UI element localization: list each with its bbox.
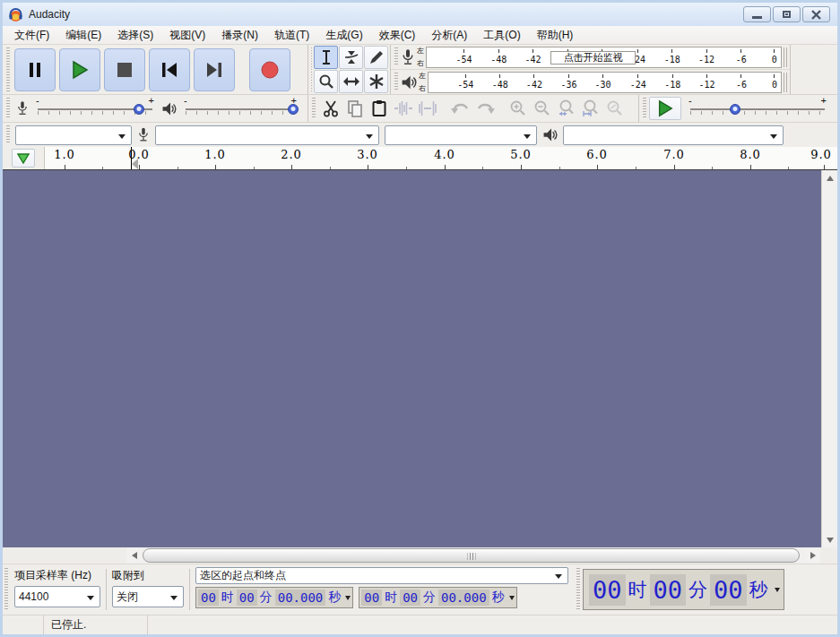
project-rate-dropdown[interactable]: 44100 bbox=[14, 586, 100, 607]
restore-button[interactable] bbox=[773, 6, 801, 22]
chevron-down-icon[interactable] bbox=[509, 596, 515, 600]
redo-button[interactable] bbox=[473, 98, 496, 120]
track-area[interactable] bbox=[3, 170, 821, 547]
scroll-left-button[interactable] bbox=[126, 547, 142, 563]
play-meter-scale[interactable]: -54 -48 -42 -36 -30 -24 -18 -12 -6 0 bbox=[428, 72, 782, 93]
scroll-right-button[interactable] bbox=[805, 547, 820, 563]
tools-toolbar-grip[interactable] bbox=[311, 47, 312, 91]
playback-speed-thumb[interactable] bbox=[730, 104, 740, 115]
scroll-down-button[interactable] bbox=[822, 532, 837, 547]
skip-to-start-button[interactable] bbox=[149, 48, 190, 91]
record-button[interactable] bbox=[249, 48, 290, 91]
audio-host-dropdown[interactable] bbox=[15, 125, 132, 145]
trim-audio-button[interactable] bbox=[392, 98, 414, 120]
microphone-icon bbox=[401, 48, 415, 66]
vertical-scrollbar[interactable] bbox=[821, 170, 837, 547]
menu-effect[interactable]: 效果(C) bbox=[371, 26, 424, 45]
mixer-toolbar-grip[interactable] bbox=[5, 98, 11, 119]
skip-to-end-button[interactable] bbox=[194, 48, 235, 91]
selection-toolbar-grip[interactable] bbox=[4, 568, 9, 611]
audio-position-display[interactable]: 00时00分00秒 bbox=[583, 569, 784, 610]
menu-tools[interactable]: 工具(O) bbox=[475, 26, 528, 45]
fit-project-button[interactable] bbox=[579, 98, 602, 120]
edit-toolbar-grip[interactable] bbox=[311, 98, 316, 119]
restore-icon bbox=[783, 11, 791, 18]
recording-volume-slider[interactable]: - + bbox=[38, 97, 152, 120]
horizontal-scrollbar[interactable] bbox=[126, 547, 820, 564]
timeline-options-button[interactable] bbox=[12, 149, 35, 168]
ruler-label: 1.0 bbox=[54, 148, 75, 161]
selection-start-field[interactable]: 00时00分00.000秒 bbox=[195, 587, 353, 608]
audacity-window: Audacity 文件(F) 编辑(E) 选择(S) 视图(V) 播录(N) 轨… bbox=[0, 0, 840, 637]
timeshift-tool-button[interactable] bbox=[339, 70, 363, 93]
play-at-speed-button[interactable] bbox=[649, 97, 681, 120]
selection-end-field[interactable]: 00时00分00.000秒 bbox=[359, 587, 516, 608]
window-title: Audacity bbox=[29, 8, 70, 21]
playback-speed-slider[interactable]: - + bbox=[690, 97, 825, 120]
cut-button[interactable] bbox=[319, 98, 342, 120]
play-meter-resizer[interactable] bbox=[784, 73, 788, 92]
time-toolbar-grip[interactable] bbox=[576, 568, 581, 611]
transport-toolbar bbox=[3, 45, 308, 94]
zoom-out-button[interactable] bbox=[531, 98, 553, 120]
zoom-in-button[interactable] bbox=[507, 98, 529, 120]
chevron-down-icon[interactable] bbox=[345, 596, 351, 600]
record-meter-resizer[interactable] bbox=[784, 47, 788, 67]
selection-tool-button[interactable] bbox=[314, 46, 338, 69]
snap-to-dropdown[interactable]: 关闭 bbox=[112, 586, 184, 607]
paste-button[interactable] bbox=[368, 98, 390, 120]
title-bar[interactable]: Audacity bbox=[3, 3, 837, 26]
menu-edit[interactable]: 编辑(E) bbox=[57, 26, 109, 45]
horizontal-scrollbar-thumb[interactable] bbox=[143, 548, 800, 563]
draw-tool-button[interactable] bbox=[364, 46, 388, 69]
stop-button[interactable] bbox=[104, 48, 145, 91]
recording-volume-thumb[interactable] bbox=[134, 104, 144, 115]
recording-channels-dropdown[interactable] bbox=[385, 125, 537, 145]
status-text: 已停止. bbox=[44, 617, 93, 633]
silence-audio-button[interactable] bbox=[416, 98, 438, 120]
playback-meter[interactable]: 左 右 -54 -48 -42 -36 -30 -24 -18 -12 -6 0 bbox=[391, 69, 790, 94]
menu-tracks[interactable]: 轨道(T) bbox=[266, 26, 317, 45]
close-button[interactable] bbox=[802, 6, 830, 22]
zoom-toggle-button[interactable] bbox=[603, 98, 626, 120]
menu-view[interactable]: 视图(V) bbox=[161, 26, 213, 45]
zoom-tool-button[interactable] bbox=[314, 70, 338, 93]
envelope-tool-button[interactable] bbox=[339, 46, 363, 69]
menu-transport[interactable]: 播录(N) bbox=[213, 26, 266, 45]
menu-file[interactable]: 文件(F) bbox=[6, 26, 57, 45]
selection-tool-icon bbox=[319, 49, 333, 65]
menu-generate[interactable]: 生成(G) bbox=[317, 26, 370, 45]
timeline-ruler[interactable]: 1.0 0.0 1.0 2.0 3.0 4.0 5.0 6.0 7.0 8.0 … bbox=[45, 147, 837, 169]
playback-device-dropdown[interactable] bbox=[563, 125, 784, 145]
playback-volume-thumb[interactable] bbox=[288, 104, 299, 115]
recording-meter-grip[interactable] bbox=[394, 47, 399, 66]
playback-volume-slider[interactable]: - + bbox=[186, 97, 295, 120]
chevron-down-icon[interactable] bbox=[775, 588, 780, 592]
status-resize-handle[interactable] bbox=[3, 615, 44, 634]
minimize-button[interactable] bbox=[743, 6, 771, 22]
play-button[interactable] bbox=[59, 48, 100, 91]
fit-selection-button[interactable] bbox=[555, 98, 577, 120]
menu-analyze[interactable]: 分析(A) bbox=[423, 26, 475, 45]
chevron-down-icon bbox=[524, 134, 531, 139]
transport-toolbar-grip[interactable] bbox=[5, 47, 11, 91]
play-at-speed-grip[interactable] bbox=[642, 98, 647, 119]
device-toolbar-grip[interactable] bbox=[5, 125, 11, 144]
pause-button[interactable] bbox=[14, 48, 56, 91]
dock-empty-area bbox=[791, 45, 837, 94]
selection-mode-dropdown[interactable]: 选区的起点和终点 bbox=[195, 567, 568, 584]
timeline: 1.0 0.0 1.0 2.0 3.0 4.0 5.0 6.0 7.0 8.0 … bbox=[3, 147, 837, 170]
record-meter-scale[interactable]: -54 -48 -42 -36 -30 -24 -18 -12 -6 0 点击开… bbox=[426, 47, 782, 68]
scroll-up-button[interactable] bbox=[822, 170, 837, 185]
recording-meter[interactable]: 左 右 -54 -48 -42 -36 -30 -24 -18 -12 -6 0 bbox=[391, 45, 790, 69]
copy-button[interactable] bbox=[343, 98, 366, 120]
menu-help[interactable]: 帮助(H) bbox=[529, 26, 582, 45]
undo-button[interactable] bbox=[449, 98, 472, 120]
snap-to-label: 吸附到 bbox=[112, 566, 184, 585]
timeline-options-area bbox=[3, 147, 45, 169]
multi-tool-button[interactable] bbox=[364, 70, 388, 93]
click-to-start-monitoring[interactable]: 点击开始监视 bbox=[550, 51, 636, 65]
recording-device-dropdown[interactable] bbox=[155, 125, 379, 145]
playback-meter-grip[interactable] bbox=[394, 73, 399, 91]
menu-select[interactable]: 选择(S) bbox=[109, 26, 161, 45]
